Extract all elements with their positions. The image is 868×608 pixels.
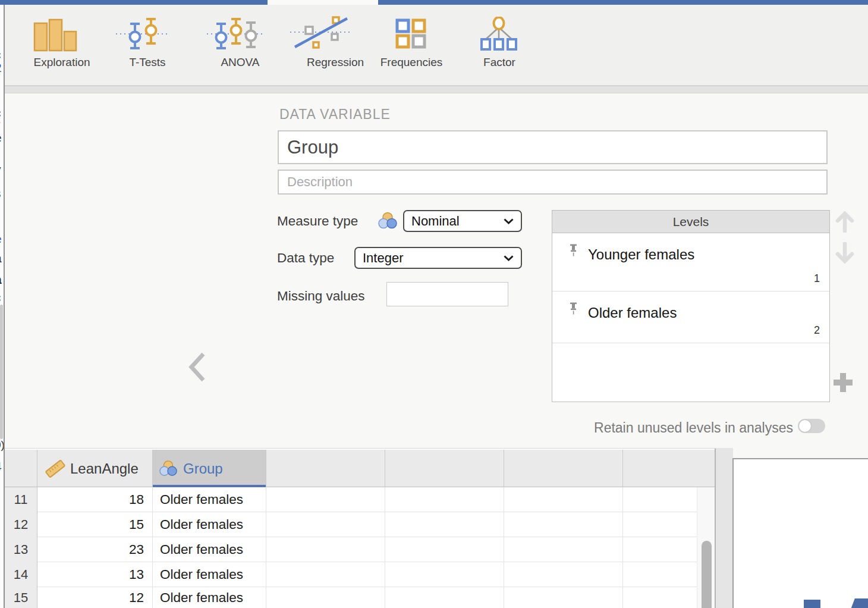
- row-number[interactable]: 12: [5, 512, 37, 537]
- pin-icon[interactable]: [569, 302, 578, 315]
- cell-leanangle[interactable]: 12: [38, 587, 153, 608]
- background-text-fragment: a: [0, 272, 5, 287]
- frequencies-icon: [395, 18, 428, 49]
- spreadsheet-edge-border: [715, 449, 716, 608]
- cell-group[interactable]: Older females: [153, 487, 266, 512]
- ribbon-item-factor[interactable]: Factor: [452, 5, 547, 86]
- collapse-editor-button[interactable]: [185, 350, 209, 384]
- measure-type-label: Measure type: [277, 214, 358, 229]
- results-logo-fragment: [804, 600, 820, 608]
- pin-icon[interactable]: [569, 244, 578, 256]
- cell-empty[interactable]: [266, 537, 385, 562]
- background-text-fragment: 2: [0, 61, 5, 75]
- cell-empty[interactable]: [504, 587, 623, 608]
- nominal-measure-icon: [159, 460, 177, 477]
- table-row: 12 15 Older females: [5, 512, 697, 537]
- row-number-header-cell[interactable]: [5, 450, 37, 487]
- measure-type-value: Nominal: [411, 214, 504, 229]
- variable-name-input[interactable]: [278, 130, 828, 164]
- spreadsheet: LeanAngle Group 11 18 Older females: [5, 448, 716, 608]
- level-value: 2: [814, 324, 820, 337]
- retain-unused-levels-label: Retain unused levels in analyses: [5, 420, 793, 436]
- cell-group[interactable]: Older females: [153, 537, 266, 562]
- empty-column-header[interactable]: [266, 450, 385, 487]
- cell-group[interactable]: Older females: [153, 587, 266, 608]
- cell-empty[interactable]: [385, 487, 504, 512]
- row-number[interactable]: 13: [5, 537, 37, 562]
- cell-empty[interactable]: [623, 587, 697, 608]
- cell-empty[interactable]: [623, 537, 697, 562]
- cell-empty[interactable]: [504, 512, 623, 537]
- level-label: Younger females: [588, 246, 694, 263]
- column-header-group[interactable]: Group: [153, 450, 266, 487]
- data-type-select[interactable]: Integer: [354, 247, 522, 269]
- cell-leanangle[interactable]: 18: [38, 487, 153, 512]
- ribbon-item-frequencies[interactable]: Frequencies: [364, 5, 459, 86]
- variable-description-input[interactable]: [278, 170, 828, 195]
- cell-empty[interactable]: [623, 562, 697, 587]
- cell-empty[interactable]: [266, 562, 385, 587]
- empty-column-header[interactable]: [385, 450, 504, 487]
- results-panel: [732, 458, 868, 608]
- column-name: Group: [183, 460, 223, 477]
- table-row: 14 13 Older females: [5, 562, 697, 587]
- missing-values-input[interactable]: [386, 282, 508, 306]
- ribbon-item-ttests[interactable]: T-Tests: [100, 5, 195, 86]
- column-header-leanangle[interactable]: LeanAngle: [37, 450, 153, 487]
- scrollbar-thumb[interactable]: [702, 541, 712, 608]
- background-text-fragment: 4: [0, 459, 5, 474]
- cell-empty[interactable]: [266, 512, 385, 537]
- cell-group[interactable]: Older females: [153, 562, 266, 587]
- cell-empty[interactable]: [504, 487, 623, 512]
- move-level-up-button[interactable]: [835, 211, 855, 235]
- cell-empty[interactable]: [385, 587, 504, 608]
- level-row-older-females[interactable]: Older females 2: [552, 292, 829, 343]
- cell-empty[interactable]: [623, 512, 697, 537]
- data-type-label: Data type: [277, 250, 334, 266]
- ribbon-label: Frequencies: [364, 56, 459, 69]
- chevron-left-icon: [185, 350, 209, 384]
- levels-header: Levels: [552, 211, 829, 233]
- cell-leanangle[interactable]: 23: [38, 537, 153, 562]
- level-row-younger-females[interactable]: Younger females 1: [552, 233, 829, 292]
- cell-empty[interactable]: [385, 512, 504, 537]
- cell-empty[interactable]: [623, 487, 697, 512]
- cell-empty[interactable]: [385, 562, 504, 587]
- add-level-button[interactable]: [832, 372, 854, 396]
- cell-group[interactable]: Older females: [153, 512, 266, 537]
- cell-empty[interactable]: [385, 537, 504, 562]
- empty-column-header[interactable]: [504, 450, 623, 487]
- spreadsheet-header-row: LeanAngle Group: [5, 450, 715, 487]
- cell-empty[interactable]: [266, 487, 385, 512]
- move-level-down-button[interactable]: [835, 242, 855, 266]
- ribbon-label: ANOVA: [193, 56, 288, 69]
- ribbon-item-exploration[interactable]: Exploration: [7, 5, 102, 86]
- section-title: DATA VARIABLE: [279, 106, 391, 123]
- vertical-scrollbar[interactable]: [697, 487, 715, 608]
- cell-empty[interactable]: [504, 562, 623, 587]
- background-text-fragment: v: [0, 162, 5, 177]
- continuous-measure-icon: [45, 459, 65, 479]
- cell-empty[interactable]: [266, 587, 385, 608]
- measure-type-select[interactable]: Nominal: [403, 210, 522, 232]
- table-row: 13 23 Older females: [5, 537, 697, 562]
- cell-leanangle[interactable]: 15: [38, 512, 153, 537]
- title-bar-strip: [0, 0, 868, 5]
- row-number[interactable]: 14: [5, 562, 37, 587]
- levels-list: Levels Younger females 1 Olde: [552, 210, 830, 402]
- app-window: c2c~evseaac0)4 Exploration: [0, 0, 868, 608]
- ribbon-item-regression[interactable]: Regression: [276, 5, 371, 86]
- retain-unused-levels-toggle[interactable]: [798, 419, 825, 433]
- background-text-fragment: 0): [0, 438, 5, 452]
- panel-splitter[interactable]: [716, 448, 733, 608]
- background-text-fragment: e: [0, 232, 5, 246]
- row-number[interactable]: 11: [5, 487, 37, 512]
- level-label: Older females: [588, 305, 677, 321]
- empty-column-header[interactable]: [623, 450, 715, 487]
- ribbon-item-anova[interactable]: ANOVA: [188, 5, 283, 86]
- row-number[interactable]: 15: [5, 587, 37, 608]
- cell-empty[interactable]: [504, 537, 623, 562]
- background-text-fragment: a: [0, 251, 5, 265]
- cell-leanangle[interactable]: 13: [38, 562, 153, 587]
- ribbon-label: T-Tests: [100, 56, 195, 69]
